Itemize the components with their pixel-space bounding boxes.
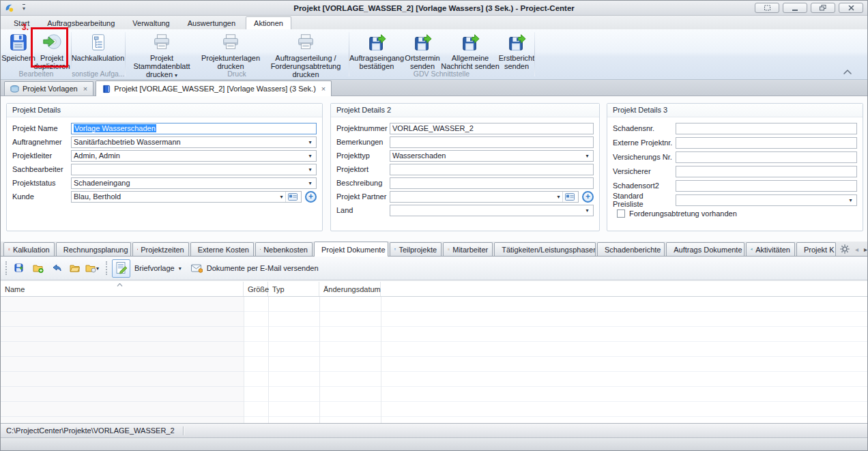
tab-auftrags-dokumente[interactable]: Auftrags Dokumente <box>666 242 744 256</box>
ribbon-display-options-button[interactable] <box>755 3 779 13</box>
title-bar: ▾ Projekt [VORLAGE_WASSER_2] [Vorlage Wa… <box>1 1 867 16</box>
column-header-typ[interactable]: Typ <box>268 282 319 296</box>
send-documents-email-button[interactable]: Dokumente per E-Mail versenden <box>191 264 319 273</box>
close-tab-icon[interactable]: × <box>83 85 87 93</box>
folder-menu-button[interactable]: ▾ <box>85 263 99 274</box>
add-projekt-partner-button[interactable]: + <box>582 191 594 203</box>
chevron-down-icon[interactable]: ▾ <box>555 194 562 200</box>
chevron-down-icon[interactable]: ▾ <box>583 153 591 159</box>
undo-button[interactable] <box>48 260 65 276</box>
stammdatenblatt-drucken-button[interactable]: Projekt Stammdatenblatt drucken ▾ <box>126 31 198 70</box>
schadensnr-input[interactable] <box>676 123 857 134</box>
kunde-combo[interactable]: Blau, Berthold ▾ <box>71 191 302 203</box>
auftragseingang-bestaetigen-button[interactable]: Auftragseingang bestätigen <box>349 31 404 70</box>
restore-button[interactable] <box>811 3 835 13</box>
chevron-down-icon[interactable]: ▾ <box>847 197 854 203</box>
open-folder-button[interactable] <box>67 260 83 276</box>
ribbon-group-bearbeiten: Speichern Projekt duplizieren Bearbeiten <box>2 29 70 79</box>
tab-rechnungsplanung[interactable]: Rechnungsplanung <box>56 242 131 256</box>
scroll-tabs-right-icon[interactable]: ▸ <box>864 246 867 253</box>
tab-aktivitaeten[interactable]: Aktivitäten <box>746 242 795 256</box>
tab-kalkulation[interactable]: Kalkulation <box>3 242 55 256</box>
tab-projektzeiten[interactable]: Projektzeiten <box>132 242 189 256</box>
tab-teilprojekte[interactable]: Teilprojekte <box>390 242 442 256</box>
chevron-down-icon[interactable]: ▾ <box>306 180 314 186</box>
projekt-name-input[interactable]: Vorlage Wasserschaden <box>71 123 317 134</box>
column-header-name[interactable]: Name <box>1 282 244 296</box>
tab-aktionen[interactable]: Aktionen <box>246 16 291 29</box>
scroll-tabs-left-icon[interactable]: ◂ <box>855 246 858 253</box>
toolbar-grip[interactable] <box>5 261 8 275</box>
field-kunde: Kunde Blau, Berthold ▾ + <box>12 190 317 203</box>
projekt-duplizieren-button[interactable]: Projekt duplizieren <box>34 31 70 70</box>
save-document-button[interactable] <box>12 260 28 276</box>
tab-auswertungen[interactable]: Auswertungen <box>180 17 243 29</box>
versicherungs-nr-input[interactable] <box>676 151 857 163</box>
contact-card-icon[interactable] <box>285 192 299 202</box>
externe-projektnr-input[interactable] <box>676 137 857 149</box>
ortstermin-senden-button[interactable]: Ortstermin senden <box>404 31 441 70</box>
tab-projekt-kontakte[interactable]: Projekt K <box>796 242 836 256</box>
chevron-down-icon[interactable]: ▾ <box>278 194 285 200</box>
tab-verwaltung[interactable]: Verwaltung <box>125 17 177 29</box>
briefcase-icon <box>260 245 261 254</box>
projekt-partner-combo[interactable]: ▾ <box>390 191 579 203</box>
projektleiter-combo[interactable]: Admin, Admin▾ <box>71 150 317 162</box>
chevron-down-icon[interactable]: ▾ <box>306 166 314 173</box>
minimize-button[interactable] <box>783 3 807 13</box>
tab-settings-gear-icon[interactable] <box>840 244 850 254</box>
document-list-body[interactable] <box>1 297 867 423</box>
column-header-aenderungsdatum[interactable]: Änderungsdatum <box>319 282 381 296</box>
contact-card-icon[interactable] <box>562 192 576 202</box>
nachkalkulation-button[interactable]: Nachkalkulation <box>73 31 124 70</box>
speichern-button[interactable]: Speichern <box>3 31 34 70</box>
auftragnehmer-combo[interactable]: Sanitärfachbetrieb Wassermann▾ <box>71 136 317 148</box>
add-kunde-button[interactable]: + <box>305 191 317 203</box>
send-disk-icon <box>506 32 527 53</box>
folder-menu-icon <box>85 263 96 274</box>
versicherer-input[interactable] <box>676 166 857 177</box>
document-list-header: Name Größe Typ Änderungsdatum <box>1 282 867 297</box>
chevron-down-icon[interactable]: ▾ <box>306 153 314 159</box>
close-button[interactable] <box>839 3 863 13</box>
doc-tab-projekt-vorlage-wasser[interactable]: Projekt [VORLAGE_WASSER_2] [Vorlage Wass… <box>96 81 332 96</box>
tab-auftragsbearbeitung[interactable]: Auftragsbearbeitung <box>40 17 122 29</box>
briefvorlage-button[interactable]: Briefvorlage ▾ <box>112 259 182 278</box>
projektort-input[interactable] <box>390 164 594 175</box>
sachbearbeiter-combo[interactable]: ▾ <box>71 164 317 175</box>
tab-nebenkosten[interactable]: Nebenkosten <box>255 242 313 256</box>
field-schadensort2: Schadensort2 <box>613 179 857 192</box>
collapse-ribbon-icon[interactable] <box>843 68 852 76</box>
beschreibung-input[interactable] <box>390 177 594 189</box>
auftragserteilung-drucken-button[interactable]: Auftragserteilung / Forderungsabtretung … <box>263 31 348 70</box>
tab-schadenberichte[interactable]: Schadenberichte <box>597 242 665 256</box>
tab-mitarbeiter[interactable]: Mitarbeiter <box>443 242 493 256</box>
subproject-icon <box>394 245 396 254</box>
allgemeine-nachricht-senden-button[interactable]: Allgemeine Nachricht senden <box>441 31 500 70</box>
standard-preisliste-combo[interactable]: ▾ <box>676 194 857 206</box>
doc-tab-projekt-vorlagen[interactable]: Projekt Vorlagen × <box>4 81 93 96</box>
erstbericht-senden-button[interactable]: Erstbericht senden <box>500 31 534 70</box>
land-combo[interactable]: ▾ <box>390 205 594 216</box>
projektnummer-input[interactable]: VORLAGE_WASSER_2 <box>390 123 594 134</box>
ribbon: 3. Speichern Projekt duplizieren Bearbei… <box>1 29 867 80</box>
projektunterlagen-drucken-button[interactable]: Projektunterlagen drucken <box>198 31 263 70</box>
panel-projekt-details-3: Projekt Details 3 Schadensnr. Externe Pr… <box>607 103 863 231</box>
group-label-gdv: GDV Schnittstelle <box>349 70 534 78</box>
column-header-groesse[interactable]: Größe <box>244 282 268 296</box>
chevron-down-icon[interactable]: ▾ <box>306 139 314 145</box>
folder-add-icon <box>33 263 44 274</box>
schadensort2-input[interactable] <box>676 180 857 192</box>
projekttyp-combo[interactable]: Wasserschaden▾ <box>390 150 594 162</box>
close-tab-icon[interactable]: × <box>321 85 326 93</box>
project-path: C:\ProjectCenter\Projekte\VORLAGE_WASSER… <box>6 426 175 435</box>
column-divider <box>381 297 381 423</box>
projektstatus-combo[interactable]: Schadeneingang▾ <box>71 177 317 189</box>
forderungsabtretung-checkbox[interactable] <box>617 209 625 218</box>
tab-projekt-dokumente[interactable]: Projekt Dokumente <box>314 242 388 257</box>
bemerkungen-input[interactable] <box>390 136 594 148</box>
chevron-down-icon[interactable]: ▾ <box>583 207 591 214</box>
tab-externe-kosten[interactable]: Externe Kosten <box>190 242 254 256</box>
add-folder-button[interactable] <box>30 260 46 276</box>
tab-taetigkeiten[interactable]: Tätigkeiten/Leistungsphasen <box>494 242 596 256</box>
